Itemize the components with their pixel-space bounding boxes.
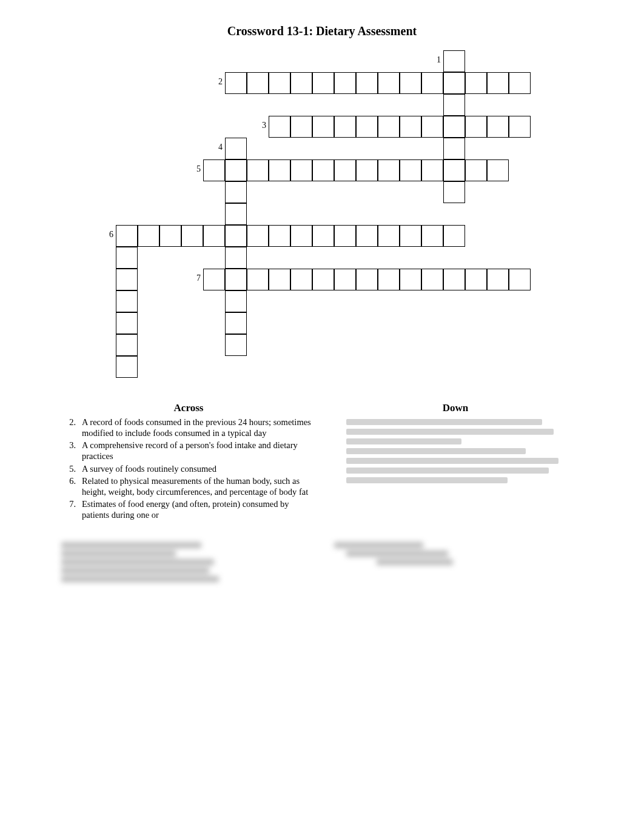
crossword-cell[interactable] (225, 247, 247, 269)
crossword-cell[interactable] (443, 159, 465, 181)
crossword-cell[interactable] (225, 269, 247, 290)
crossword-cell[interactable] (225, 159, 247, 181)
crossword-cell[interactable] (443, 72, 465, 94)
crossword-cell[interactable] (487, 269, 509, 290)
crossword-cell[interactable] (116, 247, 138, 269)
crossword-cell[interactable] (378, 72, 400, 94)
crossword-cell[interactable] (181, 225, 203, 247)
crossword-cell[interactable] (334, 225, 356, 247)
crossword-cell[interactable] (334, 269, 356, 290)
crossword-cell[interactable] (312, 72, 334, 94)
crossword-cell[interactable] (400, 225, 421, 247)
crossword-cell[interactable] (116, 356, 138, 378)
crossword-cell[interactable] (421, 225, 443, 247)
crossword-cell[interactable] (421, 72, 443, 94)
clue-number: 6. (61, 475, 76, 497)
crossword-cell[interactable] (225, 312, 247, 334)
clue-number-label: 5 (189, 164, 201, 174)
crossword-cell[interactable] (225, 225, 247, 247)
clue-number: 7. (61, 498, 76, 520)
crossword-cell[interactable] (421, 269, 443, 290)
crossword-cell[interactable] (290, 269, 312, 290)
crossword-cell[interactable] (312, 159, 334, 181)
crossword-cell[interactable] (465, 116, 487, 138)
crossword-cell[interactable] (443, 116, 465, 138)
crossword-cell[interactable] (312, 225, 334, 247)
crossword-cell[interactable] (400, 269, 421, 290)
crossword-cell[interactable] (138, 225, 159, 247)
crossword-cell[interactable] (443, 138, 465, 159)
crossword-cell[interactable] (443, 225, 465, 247)
crossword-cell[interactable] (356, 159, 378, 181)
crossword-cell[interactable] (400, 72, 421, 94)
crossword-cell[interactable] (334, 116, 356, 138)
crossword-cell[interactable] (378, 159, 400, 181)
crossword-cell[interactable] (334, 159, 356, 181)
crossword-cell[interactable] (290, 116, 312, 138)
crossword-cell[interactable] (378, 269, 400, 290)
crossword-cell[interactable] (290, 225, 312, 247)
crossword-cell[interactable] (290, 72, 312, 94)
crossword-cell[interactable] (356, 225, 378, 247)
crossword-cell[interactable] (269, 116, 290, 138)
crossword-cell[interactable] (400, 159, 421, 181)
crossword-cell[interactable] (116, 269, 138, 290)
crossword-cell[interactable] (225, 290, 247, 312)
crossword-cell[interactable] (247, 72, 269, 94)
crossword-cell[interactable] (116, 312, 138, 334)
crossword-cell[interactable] (247, 225, 269, 247)
crossword-cell[interactable] (290, 159, 312, 181)
crossword-cell[interactable] (116, 334, 138, 356)
crossword-cell[interactable] (378, 225, 400, 247)
crossword-cell[interactable] (487, 116, 509, 138)
crossword-cell[interactable] (225, 334, 247, 356)
crossword-cell[interactable] (509, 72, 531, 94)
crossword-cell[interactable] (312, 116, 334, 138)
crossword-cell[interactable] (443, 181, 465, 203)
crossword-cell[interactable] (203, 225, 225, 247)
crossword-cell[interactable] (225, 203, 247, 225)
clue-text: Related to physical measurements of the … (82, 475, 316, 497)
crossword-cell[interactable] (269, 72, 290, 94)
crossword-grid: 1234567 (104, 50, 540, 390)
crossword-cell[interactable] (312, 269, 334, 290)
down-blurred-content (346, 419, 577, 487)
across-header: Across (61, 402, 316, 414)
crossword-cell[interactable] (334, 72, 356, 94)
crossword-cell[interactable] (465, 72, 487, 94)
clues-section: Across 2.A record of foods consumed in t… (61, 402, 583, 521)
crossword-cell[interactable] (465, 159, 487, 181)
crossword-cell[interactable] (400, 116, 421, 138)
crossword-cell[interactable] (356, 72, 378, 94)
crossword-cell[interactable] (247, 159, 269, 181)
crossword-cell[interactable] (247, 269, 269, 290)
crossword-cell[interactable] (225, 72, 247, 94)
crossword-cell[interactable] (356, 116, 378, 138)
crossword-cell[interactable] (509, 116, 531, 138)
crossword-cell[interactable] (159, 225, 181, 247)
crossword-cell[interactable] (378, 116, 400, 138)
clue-text: Estimates of food energy (and often, pro… (82, 498, 316, 520)
crossword-cell[interactable] (203, 269, 225, 290)
crossword-cell[interactable] (269, 159, 290, 181)
crossword-cell[interactable] (465, 269, 487, 290)
crossword-cell[interactable] (116, 225, 138, 247)
crossword-cell[interactable] (225, 181, 247, 203)
crossword-cell[interactable] (421, 116, 443, 138)
crossword-cell[interactable] (356, 269, 378, 290)
crossword-cell[interactable] (443, 269, 465, 290)
crossword-cell[interactable] (203, 159, 225, 181)
clue-number-label: 6 (101, 230, 113, 240)
across-clue-list: 2.A record of foods consumed in the prev… (61, 417, 316, 520)
crossword-cell[interactable] (269, 269, 290, 290)
crossword-cell[interactable] (443, 50, 465, 72)
crossword-cell[interactable] (421, 159, 443, 181)
crossword-cell[interactable] (443, 94, 465, 116)
clue-number-label: 1 (429, 55, 441, 65)
crossword-cell[interactable] (487, 159, 509, 181)
crossword-cell[interactable] (509, 269, 531, 290)
crossword-cell[interactable] (487, 72, 509, 94)
crossword-cell[interactable] (225, 138, 247, 159)
crossword-cell[interactable] (116, 290, 138, 312)
crossword-cell[interactable] (269, 225, 290, 247)
